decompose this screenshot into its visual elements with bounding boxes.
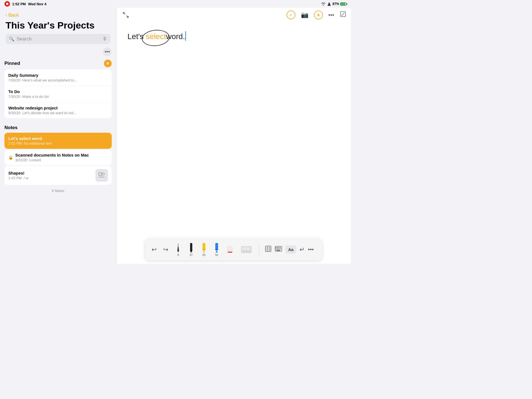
back-button[interactable]: ‹ Back	[6, 12, 111, 18]
svg-rect-22	[215, 249, 218, 250]
format-button[interactable]: A	[314, 11, 323, 19]
enter-button[interactable]: ↵	[300, 246, 305, 253]
note-meta: 3/23/20 Locked	[15, 158, 108, 162]
wifi-icon	[321, 2, 326, 6]
search-icon: 🔍	[9, 36, 14, 42]
note-meta: 1:52 PM No additional text	[8, 141, 108, 145]
text-cursor	[185, 31, 186, 41]
svg-rect-38	[276, 247, 277, 248]
pinned-section-header: Pinned ▼	[4, 58, 112, 70]
notes-label: Notes	[4, 125, 17, 131]
svg-rect-41	[280, 247, 281, 248]
note-thumbnail	[96, 169, 108, 181]
eraser-icon	[227, 244, 233, 255]
svg-rect-39	[277, 247, 278, 248]
pencil-a-label: A	[177, 253, 179, 256]
main-content: ✓ 📷 A ••• Let's select	[116, 8, 351, 264]
status-date: Wed Nov 4	[28, 2, 46, 6]
battery-percent: 87%	[332, 2, 339, 6]
ruler-tool[interactable]	[239, 243, 254, 256]
svg-marker-18	[203, 250, 205, 252]
text-after: word.	[166, 32, 185, 41]
folder-title: This Year's Projects	[6, 20, 111, 30]
more-toolbar-button[interactable]: •••	[328, 12, 334, 18]
svg-rect-46	[276, 250, 280, 251]
note-title: Let's select word.	[8, 136, 108, 141]
yellow-highlighter-tool[interactable]: 80	[200, 241, 208, 258]
list-item[interactable]: Daily Summary 7/30/20 Here's what we acc…	[4, 70, 112, 86]
selected-word: select	[146, 32, 166, 41]
compose-button[interactable]	[340, 11, 346, 19]
list-item[interactable]: Shapes! 1:43 PM / w	[4, 166, 112, 185]
pinned-collapse-button[interactable]: ▼	[104, 60, 112, 67]
drawing-more-button[interactable]: •••	[308, 246, 314, 253]
status-time: 1:52 PM	[12, 2, 26, 6]
blue-highlighter-label: 50	[215, 254, 218, 257]
more-options-button[interactable]: •••	[103, 47, 112, 56]
text-before: Let's	[127, 32, 146, 41]
svg-rect-14	[190, 243, 192, 251]
battery-icon	[340, 2, 346, 6]
expand-icon	[123, 12, 129, 18]
font-button[interactable]: Aa	[285, 245, 296, 254]
blue-highlighter-tool[interactable]: 50	[213, 241, 221, 258]
note-title: Shapes!	[8, 171, 28, 175]
pencil-a-icon: A	[175, 243, 181, 253]
undo-button[interactable]: ↩	[150, 245, 158, 254]
battery-indicator: 87%	[332, 2, 346, 6]
svg-rect-43	[277, 249, 278, 249]
eraser-tool[interactable]	[225, 243, 235, 256]
note-editor[interactable]: Let's selectword.	[116, 22, 351, 264]
lock-icon: 🔒	[8, 155, 13, 160]
list-item[interactable]: 🔒 Scanned documents in Notes on Mac 3/23…	[4, 149, 112, 165]
svg-rect-40	[278, 247, 279, 248]
svg-line-11	[342, 13, 344, 16]
search-placeholder: Search	[17, 36, 100, 42]
search-bar[interactable]: 🔍 Search 🎙	[6, 34, 111, 44]
black-pen-label: 97	[190, 254, 193, 257]
mic-icon[interactable]: 🎙	[102, 36, 107, 42]
tool-divider	[259, 244, 259, 255]
main-toolbar: ✓ 📷 A •••	[116, 8, 351, 22]
table-button[interactable]	[265, 245, 272, 254]
svg-marker-21	[216, 250, 218, 252]
blue-highlighter-icon	[214, 242, 219, 253]
list-item[interactable]: Website redesign project 9/30/20 Let's d…	[4, 102, 112, 118]
list-item[interactable]: To Do 7/30/20 Make a to-do list	[4, 86, 112, 102]
note-meta: 9/30/20 Let's decide how we want to red.…	[8, 111, 108, 115]
notes-section-header: Notes	[4, 124, 112, 133]
redo-button[interactable]: ↪	[162, 245, 169, 254]
expand-button[interactable]	[121, 10, 131, 20]
right-tools: Aa ↵ •••	[265, 245, 314, 254]
checkmark-button[interactable]: ✓	[287, 11, 295, 19]
note-meta: 1:43 PM / w	[8, 176, 28, 180]
svg-marker-0	[328, 2, 331, 6]
collapse-icon: ▼	[106, 61, 110, 66]
svg-rect-16	[190, 250, 192, 251]
camera-button[interactable]: 📷	[301, 11, 308, 19]
svg-point-2	[102, 173, 104, 175]
back-label: Back	[8, 12, 19, 18]
note-title: Scanned documents in Notes on Mac	[15, 153, 108, 157]
list-item[interactable]: Let's select word. 1:52 PM No additional…	[4, 133, 112, 149]
more-options-icon: •••	[105, 49, 110, 55]
svg-rect-19	[203, 249, 205, 250]
yellow-highlighter-label: 80	[202, 254, 205, 257]
yellow-highlighter-icon	[201, 242, 206, 253]
keyboard-button[interactable]	[275, 246, 282, 253]
black-pen-tool[interactable]: 97	[187, 241, 195, 258]
ruler-icon	[241, 244, 252, 255]
toolbar-left	[121, 10, 137, 20]
signal-icon	[328, 2, 331, 6]
note-title: To Do	[8, 89, 108, 94]
record-indicator	[4, 1, 10, 7]
toolbar-right: ✓ 📷 A •••	[287, 11, 346, 19]
pencil-a-tool[interactable]: A A	[174, 242, 183, 257]
status-right: 87%	[321, 2, 346, 6]
pinned-label: Pinned	[4, 61, 20, 66]
svg-rect-24	[228, 252, 232, 253]
note-title: Daily Summary	[8, 73, 108, 78]
sidebar-header: ‹ Back This Year's Projects 🔍 Search 🎙	[0, 8, 116, 51]
note-meta: 7/30/20 Make a to-do list	[8, 94, 108, 99]
svg-text:A: A	[177, 245, 179, 248]
